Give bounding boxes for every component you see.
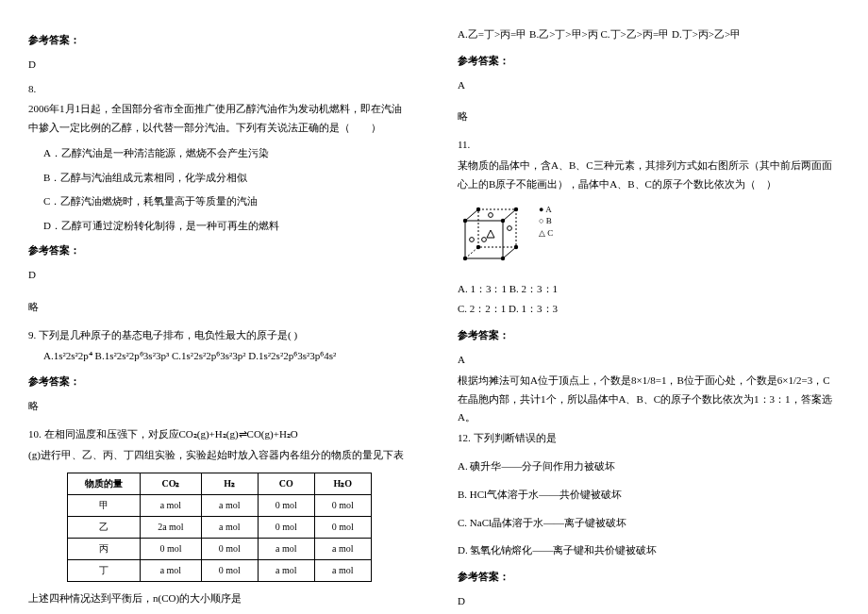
q8-option-d: D．乙醇可通过淀粉转化制得，是一种可再生的燃料	[28, 218, 410, 235]
question-8-options: A．乙醇汽油是一种清洁能源，燃烧不会产生污染 B．乙醇与汽油组成元素相同，化学成…	[28, 145, 410, 234]
experiment-table: 物质的量 CO₂ H₂ CO H₂O 甲 a mol a mol 0 mol 0…	[67, 473, 372, 582]
table-cell: a mol	[314, 538, 371, 559]
svg-point-16	[508, 225, 512, 230]
question-9-text: 9. 下列是几种原子的基态电子排布，电负性最大的原子是( )	[28, 326, 410, 345]
legend-b: ○ B	[539, 215, 553, 227]
table-cell: 2a mol	[141, 516, 202, 538]
table-header: CO₂	[141, 473, 202, 494]
svg-point-14	[482, 237, 487, 241]
svg-point-17	[470, 237, 475, 241]
answer-11-explanation: 根据均摊法可知A位于顶点上，个数是8×1/8=1，B位于面心处，个数是6×1/2…	[458, 372, 840, 427]
crystal-cube-icon	[458, 202, 533, 273]
table-cell: 0 mol	[201, 538, 258, 559]
answer-7: D	[28, 56, 410, 75]
table-cell: 丙	[68, 538, 141, 559]
ref-answer-label: 参考答案：	[458, 326, 840, 345]
svg-line-4	[503, 247, 516, 258]
svg-point-15	[489, 212, 493, 217]
question-9-options: A.1s²2s²2p⁴ B.1s²2s²2p⁶3s²3p³ C.1s²2s²2p…	[28, 347, 410, 366]
answer-10: A	[458, 76, 840, 95]
left-column: 参考答案： D 8. 2006年1月1日起，全国部分省市全面推广使用乙醇汽油作为…	[28, 24, 410, 614]
question-10-text1: 10. 在相同温度和压强下，对反应CO₂(g)+H₂(g)⇌CO(g)+H₂O	[28, 425, 410, 444]
answer-9: 略	[28, 397, 410, 416]
ref-answer-label: 参考答案：	[28, 373, 410, 391]
table-cell: 甲	[68, 494, 141, 516]
table-cell: 0 mol	[314, 494, 371, 516]
q12-option-a: A. 碘升华——分子间作用力被破坏	[458, 457, 840, 476]
svg-point-9	[501, 256, 505, 259]
q11-options-line2: C. 2：2：1 D. 1：3：3	[458, 300, 840, 319]
question-10-text3: 上述四种情况达到平衡后，n(CO)的大小顺序是	[28, 589, 410, 608]
question-8-number: 8.	[28, 80, 410, 99]
table-cell: 丁	[68, 559, 141, 581]
table-cell: a mol	[141, 559, 202, 581]
table-header-row: 物质的量 CO₂ H₂ CO H₂O	[68, 473, 372, 494]
legend-c: △ C	[539, 227, 553, 240]
q8-option-a: A．乙醇汽油是一种清洁能源，燃烧不会产生污染	[28, 145, 410, 162]
ref-answer-label: 参考答案：	[28, 31, 410, 50]
table-header: 物质的量	[68, 473, 141, 494]
svg-marker-0	[465, 221, 503, 258]
question-11-number: 11.	[458, 136, 840, 155]
svg-point-8	[463, 256, 467, 259]
right-column: A.乙=丁>丙=甲 B.乙>丁>甲>丙 C.丁>乙>丙=甲 D.丁>丙>乙>甲 …	[458, 24, 840, 614]
svg-point-6	[463, 218, 467, 222]
q8-option-c: C．乙醇汽油燃烧时，耗氧量高于等质量的汽油	[28, 193, 410, 210]
table-cell: 乙	[68, 516, 141, 538]
table-cell: 0 mol	[141, 538, 202, 559]
table-cell: 0 mol	[314, 516, 371, 538]
question-8-text: 2006年1月1日起，全国部分省市全面推广使用乙醇汽油作为发动机燃料，即在汽油中…	[28, 100, 410, 138]
ref-answer-label: 参考答案：	[458, 52, 840, 71]
q12-option-d: D. 氢氧化钠熔化——离子键和共价键被破坏	[458, 541, 840, 560]
question-11-text: 某物质的晶体中，含A、B、C三种元素，其排列方式如右图所示（其中前后两面面心上的…	[458, 157, 840, 194]
crystal-legend: ● A ○ B △ C	[539, 196, 553, 240]
table-cell: 0 mol	[201, 559, 258, 581]
q12-option-c: C. NaCl晶体溶于水——离子键被破坏	[458, 514, 840, 533]
table-cell: a mol	[201, 516, 258, 538]
svg-marker-18	[487, 230, 494, 238]
answer-8-note: 略	[28, 298, 410, 317]
svg-point-11	[514, 207, 518, 210]
table-header: H₂	[201, 473, 258, 494]
svg-line-3	[503, 209, 516, 221]
question-10-options: A.乙=丁>丙=甲 B.乙>丁>甲>丙 C.丁>乙>丙=甲 D.丁>丙>乙>甲	[458, 25, 840, 44]
svg-line-5	[465, 247, 478, 258]
q12-option-b: B. HCl气体溶于水——共价键被破坏	[458, 486, 840, 505]
question-10-text2: (g)进行甲、乙、丙、丁四组实验，实验起始时放入容器内各组分的物质的量见下表	[28, 446, 410, 465]
table-cell: a mol	[141, 494, 202, 516]
table-cell: a mol	[314, 559, 371, 581]
legend-a: ● A	[539, 204, 553, 216]
table-cell: 0 mol	[258, 494, 314, 516]
table-row: 丙 0 mol 0 mol a mol a mol	[68, 538, 372, 559]
svg-point-7	[501, 218, 505, 222]
answer-10-note: 略	[458, 108, 840, 126]
table-row: 甲 a mol a mol 0 mol 0 mol	[68, 494, 372, 516]
table-header: CO	[258, 473, 314, 494]
answer-11: A	[458, 351, 840, 370]
svg-point-13	[476, 244, 480, 248]
question-12-text: 12. 下列判断错误的是	[458, 429, 840, 448]
table-row: 丁 a mol 0 mol a mol a mol	[68, 559, 372, 581]
table-header: H₂O	[314, 473, 371, 494]
answer-12: D	[458, 592, 840, 611]
svg-point-12	[514, 244, 518, 248]
table-cell: a mol	[258, 559, 314, 581]
table-cell: a mol	[201, 494, 258, 516]
ref-answer-label: 参考答案：	[28, 241, 410, 260]
svg-line-2	[465, 209, 478, 221]
ref-answer-label: 参考答案：	[458, 568, 840, 587]
q8-option-b: B．乙醇与汽油组成元素相同，化学成分相似	[28, 170, 410, 187]
q11-options-line1: A. 1：3：1 B. 2：3：1	[458, 280, 840, 299]
answer-8: D	[28, 266, 410, 285]
table-cell: 0 mol	[258, 516, 314, 538]
table-cell: a mol	[258, 538, 314, 559]
svg-point-10	[476, 207, 480, 210]
table-row: 乙 2a mol a mol 0 mol 0 mol	[68, 516, 372, 538]
